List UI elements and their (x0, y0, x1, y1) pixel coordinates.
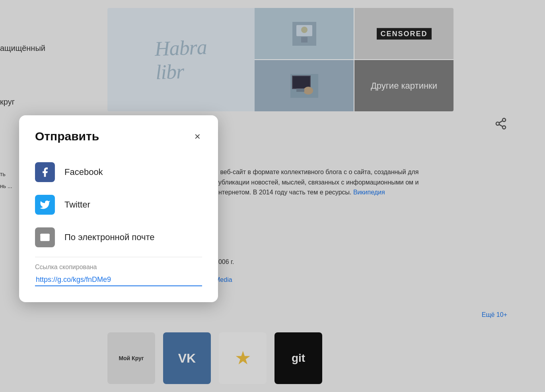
facebook-icon (35, 162, 55, 182)
link-input-wrapper (35, 274, 202, 286)
facebook-label: Facebook (64, 167, 103, 177)
modal-divider (35, 257, 202, 257)
share-options: Facebook Twitter По электронной почте (35, 156, 202, 254)
email-share-button[interactable]: По электронной почте (35, 221, 202, 254)
twitter-label: Twitter (64, 200, 90, 210)
email-label: По электронной почте (64, 232, 155, 243)
modal-close-button[interactable]: × (193, 130, 202, 143)
email-icon (35, 227, 55, 247)
share-modal: Отправить × Facebook Twitter (19, 115, 218, 302)
modal-header: Отправить × (35, 130, 202, 143)
facebook-share-button[interactable]: Facebook (35, 156, 202, 188)
twitter-icon (35, 195, 55, 215)
modal-title: Отправить (35, 130, 99, 143)
twitter-share-button[interactable]: Twitter (35, 188, 202, 221)
link-input[interactable] (35, 274, 202, 286)
link-copied-label: Ссылка скопирована (35, 264, 202, 271)
